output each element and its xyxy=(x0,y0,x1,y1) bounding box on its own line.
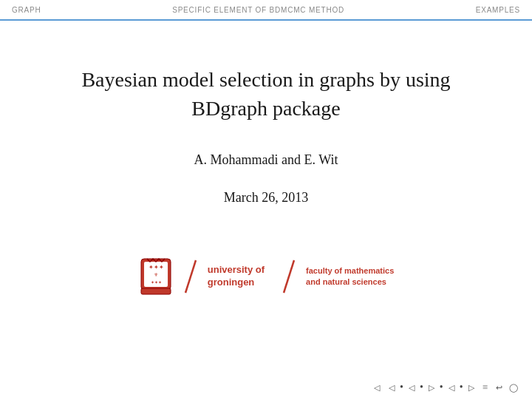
faculty-name-line2: and natural sciences xyxy=(306,277,394,288)
svg-text:✦✦✦: ✦✦✦ xyxy=(148,264,163,271)
nav-arrow-left[interactable]: ◁ xyxy=(405,381,418,394)
nav-examples[interactable]: Examples xyxy=(476,6,520,14)
circle-icon[interactable]: ◯ xyxy=(507,381,520,394)
bullet-2-icon: • xyxy=(420,382,423,393)
nav-arrow-right[interactable]: ▷ xyxy=(425,381,438,394)
bullet-icon: • xyxy=(400,382,403,393)
slide-title: Bayesian model selection in graphs by us… xyxy=(81,65,450,123)
authors: A. Mohammadi and E. Wit xyxy=(194,152,338,168)
university-name: university of groningen xyxy=(208,264,265,289)
title-line2: BDgraph package xyxy=(191,97,340,120)
nav-center[interactable]: Specific element of BDMCMC method xyxy=(172,6,344,14)
university-name-line2: groningen xyxy=(208,277,265,289)
svg-text:⚜: ⚜ xyxy=(154,272,158,278)
faculty-section: faculty of mathematics and natural scien… xyxy=(272,258,394,295)
bullet-4-icon: • xyxy=(460,382,463,393)
top-navigation: Graph Specific element of BDMCMC method … xyxy=(0,0,532,21)
nav-arrow-right-2[interactable]: ▷ xyxy=(465,381,478,394)
faculty-name: faculty of mathematics and natural scien… xyxy=(306,265,394,288)
nav-arrow-left-2[interactable]: ◁ xyxy=(445,381,458,394)
coat-of-arms-icon: ✦✦✦ ⚜ ✦✦✦ xyxy=(138,257,174,296)
first-page-icon[interactable]: ◁ xyxy=(370,381,383,394)
nav-graph[interactable]: Graph xyxy=(12,6,41,14)
slide-content: Bayesian model selection in graphs by us… xyxy=(0,21,532,400)
svg-line-7 xyxy=(284,260,294,293)
prev-page-icon[interactable]: ◁ xyxy=(385,381,398,394)
bullet-3-icon: • xyxy=(440,382,443,393)
university-name-line1: university of xyxy=(208,264,265,277)
svg-line-6 xyxy=(185,260,196,293)
logo-section: ✦✦✦ ⚜ ✦✦✦ university of groningen xyxy=(138,257,395,296)
back-icon[interactable]: ↩ xyxy=(492,381,505,394)
date: March 26, 2013 xyxy=(224,190,308,206)
nav-icons: ◁ ◁ • ◁ • ▷ • ◁ • ▷ ≡ ↩ ◯ xyxy=(370,381,520,394)
svg-text:✦✦✦: ✦✦✦ xyxy=(150,280,161,285)
equals-icon: ≡ xyxy=(482,382,488,393)
svg-rect-5 xyxy=(141,288,171,294)
title-line1: Bayesian model selection in graphs by us… xyxy=(81,68,450,91)
faculty-name-line1: faculty of mathematics xyxy=(306,265,394,277)
slash-divider-2 xyxy=(278,258,300,295)
slash-divider-1 xyxy=(180,258,202,295)
bottom-navigation: ◁ ◁ • ◁ • ▷ • ◁ • ▷ ≡ ↩ ◯ xyxy=(370,381,520,394)
